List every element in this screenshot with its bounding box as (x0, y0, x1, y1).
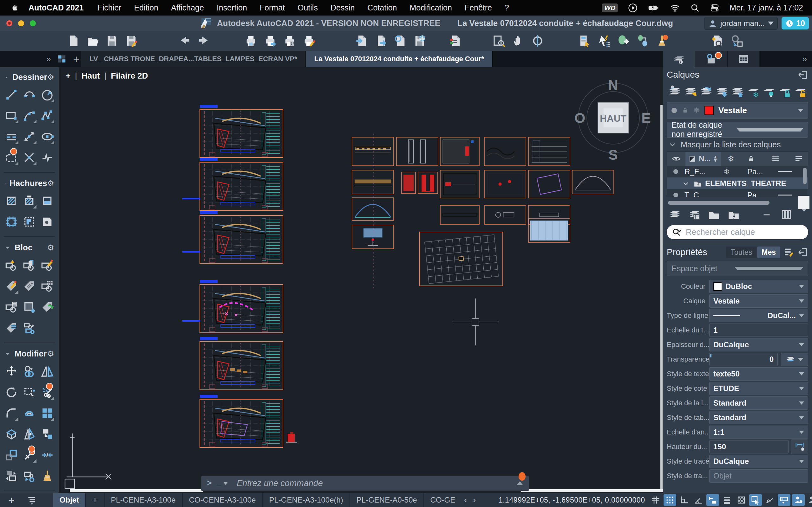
layout-tab-2[interactable]: PL-GENE-A3-100e(h) (262, 493, 349, 507)
menu-dessin[interactable]: Dessin (331, 3, 355, 12)
gear-icon[interactable]: ⚙ (47, 72, 54, 82)
panel-header-dessiner[interactable]: Dessiner ⚙ (0, 67, 59, 83)
menu-affichage[interactable]: Affichage (171, 3, 204, 12)
tool-etirer[interactable] (20, 385, 38, 399)
menu-outils[interactable]: Outils (298, 3, 318, 12)
filter-all-button[interactable]: Toutes (726, 246, 757, 258)
panel-header-bloc[interactable]: Bloc ⚙ (0, 238, 59, 253)
redo-button[interactable] (197, 34, 211, 48)
tool-ligne[interactable] (3, 88, 20, 102)
orbit-button[interactable] (531, 34, 544, 48)
pan-button[interactable] (512, 34, 525, 48)
tool-coupure[interactable] (20, 151, 38, 164)
user-account-button[interactable]: jordan man... (704, 17, 778, 30)
menu-cotation[interactable]: Cotation (367, 3, 397, 12)
layer-list-vscrollbar[interactable] (803, 168, 807, 184)
value-select[interactable]: texte50 (709, 367, 808, 381)
group-button[interactable] (617, 34, 630, 48)
export-button[interactable] (374, 34, 388, 48)
menubar-app-name[interactable]: AutoCAD 2021 (29, 3, 84, 12)
color-select[interactable]: DuBloc (709, 280, 808, 293)
tool-decaler[interactable] (20, 406, 38, 420)
plot-column-icon[interactable] (790, 154, 808, 164)
tab-sheet-set[interactable] (728, 51, 760, 67)
gear-icon[interactable]: ⚙ (47, 349, 54, 358)
value-select[interactable]: ETUDE (709, 382, 808, 395)
tool-deplacer[interactable] (3, 364, 20, 378)
battery-icon[interactable] (648, 3, 660, 13)
polar-toggle[interactable] (692, 494, 705, 506)
layer-properties-button[interactable] (688, 209, 700, 221)
tab-tiles-icon[interactable] (57, 54, 67, 64)
unisolate-layer-button[interactable] (731, 85, 744, 98)
edit-properties-icon[interactable] (783, 247, 794, 258)
menu-edition[interactable]: Edition (134, 3, 158, 12)
unlock-layer-button[interactable] (794, 85, 807, 98)
save-as-button[interactable] (125, 34, 138, 48)
tool-ellipse[interactable] (38, 130, 56, 144)
minimize-window-button[interactable] (18, 20, 24, 26)
transparency-dropdown-button[interactable] (781, 353, 808, 366)
layout-tab-0[interactable]: PL-GENE-A3-100e (104, 493, 182, 507)
drawing-canvas[interactable]: + |Haut |Filaire 2D N E S O HAUT (59, 67, 663, 493)
panel-header-hachures[interactable]: Hachures ⚙ (0, 173, 59, 189)
tool-recouvrement[interactable] (38, 215, 56, 229)
tool-coupure-point[interactable] (20, 448, 38, 462)
reference-manager-button[interactable] (449, 34, 462, 48)
tool-nettoyer[interactable] (38, 469, 56, 483)
tool-copier[interactable] (20, 364, 38, 378)
value-select[interactable]: DuCalque (709, 338, 808, 351)
new-group-button[interactable] (708, 209, 720, 221)
view-orientation-control[interactable]: Haut (82, 71, 100, 81)
selection-cycling-toggle[interactable] (749, 494, 762, 506)
tool-joindre[interactable] (38, 448, 56, 462)
value-select[interactable]: Vestale (709, 294, 808, 308)
insert-reference-button[interactable] (730, 34, 744, 48)
viewport-menu-button[interactable]: + (66, 71, 70, 81)
doc-tab-1[interactable]: La Vestale 07012024 conduite + échafauda… (306, 51, 493, 67)
tool-decomposer[interactable] (3, 427, 20, 441)
save-web-button[interactable] (413, 34, 426, 48)
chevron-down-icon[interactable] (223, 482, 228, 485)
lineweight-toggle[interactable] (721, 494, 733, 506)
layout-tab-1[interactable]: CO-GENE-A3-100e (182, 493, 262, 507)
tool-copier-objet[interactable] (20, 469, 38, 483)
layer-search[interactable] (667, 225, 808, 239)
menu-?[interactable]: ? (505, 3, 509, 12)
layer-list-hscrollbar[interactable] (667, 200, 808, 207)
value-input[interactable]: 1 (709, 324, 808, 337)
add-panel-icon[interactable]: + (8, 494, 14, 506)
tool-table-de-blocs[interactable] (38, 279, 56, 293)
value-select[interactable]: Standard (709, 411, 808, 424)
page-setup-button[interactable] (283, 34, 296, 48)
prev-layout-button[interactable]: ‹ (464, 495, 467, 505)
tool-reseau[interactable] (38, 406, 56, 420)
layer-row-1[interactable]: ELEMENTS_THEATRE (667, 177, 808, 189)
menu-fentre[interactable]: Fenêtre (465, 3, 492, 12)
tool-afficher-attributs[interactable] (3, 321, 20, 335)
menu-fichier[interactable]: Fichier (98, 3, 121, 12)
visual-style-control[interactable]: Filaire 2D (111, 71, 148, 81)
gear-icon[interactable]: ⚙ (47, 243, 54, 252)
apple-icon[interactable] (11, 3, 19, 13)
layout-tab-3[interactable]: PL-GENE-A0-50e (350, 493, 423, 507)
tool-rectangle[interactable] (3, 109, 20, 123)
freeze-column-icon[interactable]: ❄ (721, 154, 741, 164)
layer-row-0[interactable]: R_E... ❄ Pa... (667, 166, 808, 177)
open-file-button[interactable] (86, 34, 99, 48)
hide-layer-list-toggle[interactable]: Masquer la liste des calques (667, 137, 808, 152)
grid-toggle[interactable] (649, 494, 662, 506)
new-tab-button[interactable]: + (73, 53, 79, 65)
play-icon[interactable] (628, 3, 638, 13)
tool-raccord[interactable] (3, 406, 20, 420)
menu-modification[interactable]: Modification (409, 3, 452, 12)
layer-state-dropdown[interactable]: Etat de calque non enregistré (667, 122, 808, 137)
trial-timer-badge[interactable]: 10 (781, 17, 809, 30)
palette-overflow-chevrons[interactable]: » (797, 51, 812, 67)
value-input[interactable]: 150 (709, 440, 789, 453)
tool-ajouter-bloc[interactable] (20, 300, 38, 314)
close-panel-icon[interactable] (798, 247, 808, 258)
ortho-toggle[interactable] (678, 494, 691, 506)
new-layer-list-button[interactable] (669, 209, 681, 221)
lock-column-icon[interactable] (741, 155, 761, 163)
